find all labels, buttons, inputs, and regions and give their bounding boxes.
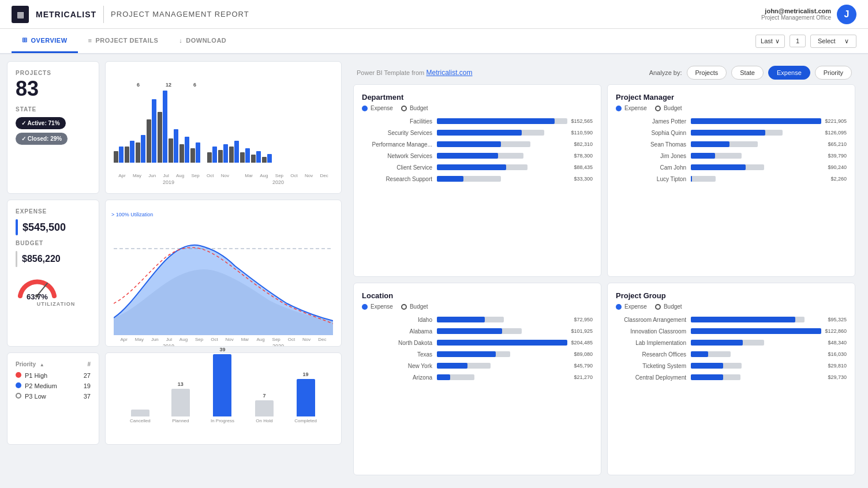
dept-fill-client bbox=[437, 164, 506, 170]
budget-dot bbox=[401, 106, 407, 111]
last-select[interactable]: Last ∨ bbox=[755, 35, 785, 48]
loc-track-texas bbox=[437, 350, 570, 358]
loc-label-alabama: Alabama bbox=[362, 328, 437, 335]
tab-project-details-label: PROJECT DETAILS bbox=[96, 37, 159, 44]
power-bi-link: Metricalist.com bbox=[426, 69, 473, 77]
expense-panel: EXPENSE $545,500 BUDGET $856,220 bbox=[7, 200, 99, 347]
year-labels: 2019 2020 bbox=[114, 179, 333, 185]
pg-val-ticketing: $29,810 bbox=[828, 363, 847, 369]
pg-legend-expense: Expense bbox=[616, 303, 647, 310]
in-progress-val: 39 bbox=[219, 347, 225, 352]
loc-expense-dot bbox=[362, 304, 368, 310]
dept-row-client: Client Service $88,435 bbox=[362, 163, 593, 171]
project-details-icon: ≡ bbox=[88, 37, 92, 44]
bar-oct19-dark bbox=[179, 144, 184, 163]
loc-track-newyork bbox=[437, 362, 570, 370]
right-column: Power BI Template from Metricalist.com A… bbox=[347, 61, 861, 481]
loc-fill-arizona bbox=[437, 374, 450, 380]
bar-sep20-dark bbox=[229, 147, 234, 163]
department-legend: Expense Budget bbox=[362, 105, 593, 111]
dept-track-client bbox=[437, 163, 570, 171]
analyze-btn-state[interactable]: State bbox=[731, 66, 764, 80]
p1-dot bbox=[16, 372, 21, 378]
bar-group-aug2020 bbox=[218, 144, 228, 163]
loc-val-northdakota: $204,485 bbox=[571, 340, 593, 346]
pg-fill-ticketing bbox=[691, 363, 723, 369]
bar-group-oct2019 bbox=[179, 137, 189, 163]
bot-row: Priority ▲ # P1 High 27 P2 Medium 19 P3 … bbox=[7, 352, 342, 445]
loc-track-idaho bbox=[437, 316, 570, 324]
pm-val-lucy: $2,260 bbox=[830, 176, 847, 182]
bar-jun-blue bbox=[141, 135, 145, 163]
projects-label: PROJECTS bbox=[16, 70, 91, 76]
bar-sep19-dark bbox=[169, 138, 173, 163]
report-title: PROJECT MANAGEMENT REPORT bbox=[111, 10, 249, 18]
dept-track-performance bbox=[437, 140, 570, 148]
avatar: J bbox=[837, 5, 856, 24]
bar-nov20-dark bbox=[251, 155, 256, 163]
completed-label: Completed bbox=[294, 418, 317, 423]
analyze-btn-priority[interactable]: Priority bbox=[815, 66, 852, 80]
area-chart-panel: > 100% Utilization AprMayJunJulAugSepOct… bbox=[105, 200, 342, 347]
analyze-btn-projects[interactable]: Projects bbox=[687, 66, 727, 80]
bar-completed: 19 Completed bbox=[294, 371, 317, 423]
location-chart: Location Expense Budget Idaho bbox=[353, 283, 601, 475]
bar-group-nov2020 bbox=[251, 151, 261, 163]
priority-col1: Priority ▲ bbox=[16, 361, 44, 367]
priority-row-p3: P3 Low 37 bbox=[16, 393, 91, 400]
tab-download[interactable]: ↓ DOWNLOAD bbox=[169, 29, 237, 53]
loc-val-idaho: $72,950 bbox=[574, 317, 593, 322]
loc-track-arizona bbox=[437, 373, 570, 381]
pg-label-lab: Lab Implementation bbox=[616, 340, 691, 346]
loc-label-northdakota: North Dakota bbox=[362, 340, 437, 346]
pm-row-james: James Potter $221,905 bbox=[616, 117, 847, 125]
bar-sep20-blue bbox=[234, 141, 239, 163]
pm-title: Project Manager bbox=[616, 93, 847, 102]
legend-expense: Expense bbox=[362, 105, 393, 111]
tab-project-details[interactable]: ≡ PROJECT DETAILS bbox=[78, 29, 169, 53]
dept-fill-facilities bbox=[437, 118, 555, 124]
loc-row-texas: Texas $89,080 bbox=[362, 350, 593, 358]
loc-row-northdakota: North Dakota $204,485 bbox=[362, 339, 593, 347]
pg-budget-dot bbox=[655, 304, 661, 310]
pg-track-central bbox=[691, 373, 824, 381]
planned-label: Planned bbox=[172, 418, 189, 423]
bar-nov20-blue bbox=[256, 151, 261, 163]
department-title: Department bbox=[362, 93, 593, 102]
nav-controls: Last ∨ 1 Select ∨ bbox=[755, 35, 856, 48]
dept-val-research: $33,300 bbox=[574, 176, 593, 182]
department-chart: Department Expense Budget Facilities bbox=[353, 84, 601, 277]
bar-jul-blue bbox=[152, 99, 156, 163]
pg-label-classroom: Classroom Arrangement bbox=[616, 317, 691, 323]
loc-row-idaho: Idaho $72,950 bbox=[362, 316, 593, 324]
p2-dot bbox=[16, 382, 21, 388]
analyze-btn-expense[interactable]: Expense bbox=[768, 66, 810, 80]
priority-row-p2: P2 Medium 19 bbox=[16, 382, 91, 389]
pg-title: Project Group bbox=[616, 291, 847, 300]
bar-apr-blue bbox=[119, 147, 124, 163]
pg-legend-budget: Budget bbox=[655, 303, 682, 310]
area-year-labels: 2019 2020 bbox=[114, 343, 333, 347]
bar-jul-dark bbox=[147, 119, 151, 163]
p2-count: 19 bbox=[84, 382, 91, 389]
loc-fill-alabama bbox=[437, 328, 502, 334]
pg-val-innovation: $122,860 bbox=[825, 328, 847, 334]
dept-val-performance: $82,310 bbox=[574, 141, 593, 147]
left-column: PROJECTS 83 STATE ✓ Active: 71% ✓ Closed… bbox=[7, 61, 342, 481]
pg-row-classroom: Classroom Arrangement $95,325 bbox=[616, 316, 847, 324]
bar-apr-dark bbox=[114, 151, 118, 163]
pg-fill-innovation bbox=[691, 328, 821, 334]
tab-overview[interactable]: ⊞ OVERVIEW bbox=[12, 29, 78, 53]
pg-row-central: Central Deployment $29,730 bbox=[616, 373, 847, 381]
loc-fill-idaho bbox=[437, 317, 485, 322]
area-chart-svg bbox=[114, 214, 333, 341]
pg-label-innovation: Innovation Classroom bbox=[616, 328, 691, 335]
power-bi-credit: Power BI Template from Metricalist.com bbox=[357, 69, 473, 77]
on-hold-bar bbox=[255, 400, 274, 416]
pm-legend-expense: Expense bbox=[616, 105, 647, 111]
pg-track-ticketing bbox=[691, 362, 824, 370]
pg-val-research: $16,030 bbox=[828, 351, 847, 357]
budget-label: BUDGET bbox=[16, 240, 91, 246]
select-dropdown[interactable]: Select ∨ bbox=[810, 35, 856, 48]
mid-row: EXPENSE $545,500 BUDGET $856,220 bbox=[7, 200, 342, 347]
